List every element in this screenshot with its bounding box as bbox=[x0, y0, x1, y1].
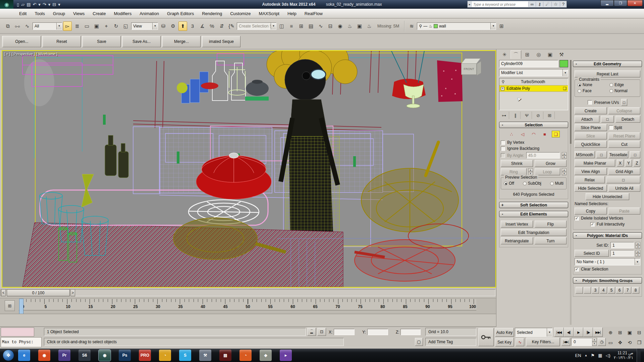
loop-button[interactable]: Loop bbox=[535, 168, 560, 175]
redo-flyout-caret[interactable]: ▾ bbox=[48, 2, 51, 7]
absolute-offset-toggle[interactable]: ⊡ bbox=[317, 328, 326, 336]
msmooth-button[interactable]: MSmooth bbox=[575, 151, 595, 158]
loop-spinner[interactable]: ▲▼ bbox=[562, 168, 567, 175]
material-name-dropdown[interactable]: No Name - ( 1 )▼ bbox=[575, 258, 640, 265]
preview-multi-radio[interactable]: Multi bbox=[550, 181, 564, 186]
view-cube[interactable]: FRONT bbox=[461, 58, 483, 78]
edit-triangulation-button[interactable]: Edit Triangulation bbox=[501, 229, 567, 236]
angle-snap-icon[interactable]: ∡ bbox=[198, 21, 207, 31]
viewport-menu-plus[interactable]: [ + ] bbox=[4, 52, 10, 56]
viewport-menu-shading[interactable]: [ Wireframe ] bbox=[36, 52, 57, 56]
zoom-extents-icon[interactable]: ▣ bbox=[625, 327, 635, 338]
hide-unselected-button[interactable]: Hide Unselected bbox=[586, 193, 629, 200]
preview-off-radio[interactable]: Off bbox=[504, 181, 514, 186]
constraint-none-radio[interactable]: None bbox=[578, 82, 607, 87]
paste-button[interactable]: Paste bbox=[608, 207, 641, 215]
clock[interactable]: 11:21 ص ٢٠١٣/١٠/٢١ bbox=[614, 351, 633, 360]
smoothing-group-button[interactable] bbox=[576, 287, 583, 294]
tessellate-settings-button[interactable]: □ bbox=[630, 151, 640, 158]
retriangulate-button[interactable]: Retriangulate bbox=[501, 237, 533, 244]
snap-toggle-3d-icon[interactable]: 3 bbox=[188, 21, 197, 31]
track-bar[interactable] bbox=[0, 314, 496, 327]
shrink-button[interactable]: Shrink bbox=[501, 160, 533, 167]
help-icon[interactable]: ? bbox=[560, 2, 567, 7]
constraint-face-radio[interactable]: Face bbox=[578, 88, 607, 93]
close-button[interactable]: ✕ bbox=[627, 0, 643, 6]
key-filters-button[interactable]: Key Filters... bbox=[526, 338, 560, 346]
undo-icon[interactable]: ↶ bbox=[33, 2, 36, 7]
default-in-out-tangents-button[interactable]: ∿ bbox=[516, 338, 524, 346]
save-file-icon[interactable]: ▤ bbox=[26, 2, 31, 7]
by-angle-checkbox[interactable] bbox=[501, 153, 505, 158]
smoothing-group-button[interactable]: 4 bbox=[600, 287, 607, 294]
smoothing-group-button[interactable]: 5 bbox=[608, 287, 615, 294]
s6-app-icon[interactable]: S6 bbox=[78, 350, 91, 361]
make-planar-button[interactable]: Make Planar bbox=[575, 160, 615, 167]
slice-button[interactable]: Slice bbox=[575, 132, 607, 139]
create-new-layer-icon[interactable]: ⊞ bbox=[497, 21, 506, 31]
script-button[interactable]: Save bbox=[82, 36, 121, 47]
by-angle-spinner[interactable]: ▲▼ bbox=[562, 152, 567, 159]
select-id-field[interactable]: 1 bbox=[610, 250, 634, 256]
insert-vertex-button[interactable]: Insert Vertex bbox=[501, 221, 533, 228]
view-align-button[interactable]: View Align bbox=[575, 168, 607, 175]
reference-coordinate-dropdown[interactable]: View▼ bbox=[131, 22, 158, 30]
schematic-view-icon[interactable]: ⊟ bbox=[326, 21, 335, 31]
new-file-icon[interactable]: ▯ bbox=[17, 2, 19, 7]
collapse-button[interactable]: Collapse bbox=[608, 107, 641, 114]
ring-button[interactable]: Ring bbox=[501, 168, 527, 175]
object-color-swatch[interactable] bbox=[559, 60, 568, 67]
select-id-spinner[interactable]: ▲▼ bbox=[636, 250, 640, 256]
planar-x-button[interactable]: X bbox=[617, 160, 624, 167]
tab-utilities[interactable]: ⚒ bbox=[556, 50, 567, 59]
by-vertex-checkbox[interactable] bbox=[501, 140, 505, 145]
communication-center-icon[interactable]: ☄ bbox=[543, 2, 551, 7]
graphite-ribbon-icon[interactable]: ▤ bbox=[307, 21, 315, 31]
selection-rollout-header[interactable]: - Selection bbox=[499, 122, 568, 128]
attach-button[interactable]: Attach bbox=[575, 116, 599, 123]
script-button[interactable]: imated Seque bbox=[202, 36, 240, 47]
remove-modifier-icon[interactable]: ⊘ bbox=[533, 112, 543, 119]
constraint-normal-radio[interactable]: Normal bbox=[609, 88, 628, 93]
show-desktop-button[interactable] bbox=[637, 349, 641, 362]
spinner-snap-icon[interactable]: ⇵ bbox=[217, 21, 226, 31]
edit-named-selection-sets-icon[interactable]: {✎ bbox=[227, 21, 236, 31]
flip-button[interactable]: Flip bbox=[535, 221, 567, 228]
chrome-icon[interactable]: ◔ bbox=[159, 350, 171, 361]
full-interactivity-checkbox[interactable]: ✓ bbox=[590, 222, 595, 227]
planar-z-button[interactable]: Z bbox=[634, 160, 640, 167]
material-editor-icon[interactable]: ◉ bbox=[336, 21, 344, 31]
cut-button[interactable]: Cut bbox=[608, 141, 641, 148]
detach-button[interactable]: Detach bbox=[615, 116, 640, 123]
smoothing-group-button[interactable]: 8 bbox=[632, 287, 639, 294]
hide-selected-button[interactable]: Hide Selected bbox=[575, 185, 607, 192]
action-center-flag-icon[interactable]: ⚑ bbox=[591, 353, 595, 358]
time-slider-handle[interactable]: 0 / 100 bbox=[7, 289, 70, 296]
script-button[interactable]: Reset bbox=[42, 36, 81, 47]
premiere-icon[interactable]: Pr bbox=[58, 350, 70, 361]
viewport-menu-view[interactable]: [ Perspective ] bbox=[12, 52, 35, 56]
mini-curve-editor-button[interactable]: ⊞ bbox=[5, 300, 15, 311]
time-configuration-button[interactable]: ◷ bbox=[598, 338, 606, 346]
set-key-button[interactable]: Set Key bbox=[495, 338, 514, 347]
browser2-icon[interactable]: ◔ bbox=[239, 350, 252, 361]
search-input[interactable] bbox=[472, 1, 528, 7]
planar-y-button[interactable]: Y bbox=[625, 160, 632, 167]
modifier-list-dropdown[interactable]: Modifier List▼ bbox=[499, 69, 568, 76]
subscription-key-icon[interactable]: ⚷ bbox=[536, 2, 543, 7]
favorites-star-icon[interactable]: ☆ bbox=[551, 2, 560, 7]
delete-isolated-vertices-checkbox[interactable]: ✓ bbox=[575, 216, 579, 221]
smoothing-group-button[interactable] bbox=[584, 287, 591, 294]
restore-button[interactable]: ❐ bbox=[614, 0, 627, 6]
zoom-icon[interactable]: ⊕ bbox=[606, 327, 615, 338]
msmooth-settings-button[interactable]: □ bbox=[596, 151, 607, 158]
selection-lock-toggle[interactable]: ⌒▬ bbox=[307, 328, 316, 336]
photoshop-icon[interactable]: Ps bbox=[119, 350, 131, 361]
viewcube-side-face[interactable] bbox=[477, 61, 481, 76]
3ds-max-icon[interactable]: ◉ bbox=[99, 350, 111, 361]
script-button[interactable]: Merge... bbox=[162, 36, 201, 47]
next-frame-icon[interactable]: ||▶ bbox=[583, 327, 593, 337]
preserve-uvs-settings-button[interactable]: □ bbox=[621, 99, 627, 106]
pro-app-icon[interactable]: PRO bbox=[139, 350, 151, 361]
make-unique-icon[interactable]: Ψ bbox=[522, 112, 532, 119]
